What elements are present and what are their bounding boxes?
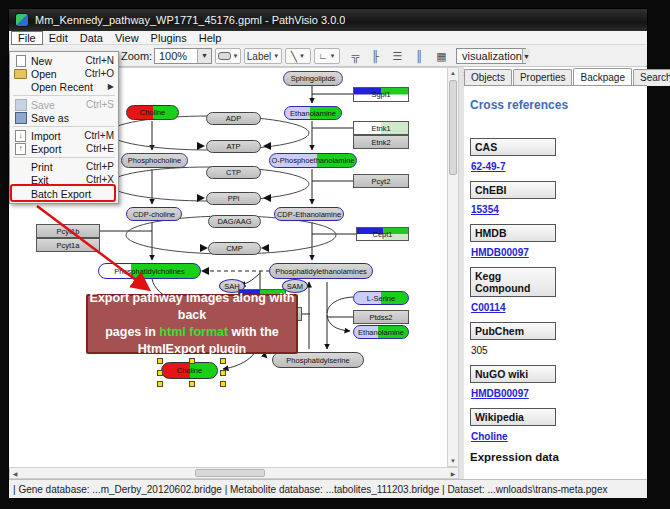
- pathway-node-pcyt1a[interactable]: Pcyt1a: [36, 238, 100, 252]
- sidebar-splitter[interactable]: ⋮: [459, 67, 464, 479]
- visualization-combobox[interactable]: visualization ▼: [456, 48, 526, 64]
- pathway-node-cdp-choline[interactable]: CDP-choline: [126, 207, 182, 221]
- tab-backpage[interactable]: Backpage: [573, 68, 631, 85]
- menubar-item-help[interactable]: Help: [193, 31, 228, 45]
- scroll-down-icon[interactable]: ▼: [448, 456, 458, 466]
- scroll-up-icon[interactable]: ▲: [448, 68, 458, 78]
- menubar-item-edit[interactable]: Edit: [43, 31, 74, 45]
- pathway-node-o-phosphoethanolamine[interactable]: O-Phosphoethanolamine: [269, 153, 357, 168]
- chevron-down-icon[interactable]: ▼: [522, 49, 530, 63]
- menu-item-label: Export: [31, 143, 82, 155]
- pathway-node-sgpl1[interactable]: Sgpl1: [353, 87, 409, 102]
- pathway-node-cmp[interactable]: CMP: [208, 242, 261, 255]
- tab-search[interactable]: Search: [633, 69, 670, 86]
- file-menu-item-open[interactable]: OpenCtrl+O: [10, 67, 118, 80]
- annotation-line3: HtmlExport plugin: [88, 341, 296, 358]
- pathway-node-etnk2[interactable]: Etnk2: [353, 135, 409, 149]
- node-label: CDP-choline: [133, 210, 175, 219]
- node-label: CTP: [226, 168, 241, 177]
- file-menu-item-print[interactable]: PrintCtrl+P: [10, 160, 118, 173]
- tab-objects[interactable]: Objects: [464, 69, 512, 86]
- menubar-item-view[interactable]: View: [109, 31, 145, 45]
- new-file-icon: [14, 55, 27, 66]
- selection-handle[interactable]: [157, 381, 163, 387]
- xref-value-kegg-compound[interactable]: C00114: [471, 302, 647, 313]
- file-menu-item-import[interactable]: ↓ImportCtrl+M: [10, 129, 118, 142]
- sidebar: ObjectsPropertiesBackpageSearchLegend Cr…: [459, 67, 647, 479]
- pathway-node-l-serine[interactable]: L-Serine: [353, 291, 409, 305]
- pathway-node-ethanolamine-lower[interactable]: Ethanolamine: [353, 325, 409, 339]
- xref-header-pubchem: PubChem: [470, 322, 556, 340]
- file-menu: NewCtrl+NOpenCtrl+OOpen Recent▶SaveCtrl+…: [9, 51, 119, 204]
- scroll-left-icon[interactable]: ◀: [10, 468, 20, 478]
- canvas-horizontal-scrollbar[interactable]: ◀ ▶: [9, 467, 459, 479]
- selection-handle[interactable]: [189, 381, 195, 387]
- zoom-combobox[interactable]: 100% ▼: [154, 48, 212, 64]
- pathway-node-choline-top[interactable]: Choline: [126, 105, 179, 120]
- selection-handle[interactable]: [189, 358, 195, 364]
- align-center-icon[interactable]: ╦: [347, 48, 364, 64]
- pathway-node-pcyt2[interactable]: Pcyt2: [353, 174, 409, 188]
- selection-handle[interactable]: [220, 358, 226, 364]
- distribute-horizontal-icon[interactable]: ║: [411, 48, 428, 64]
- datanode-tool-button[interactable]: ▼: [215, 48, 241, 64]
- pathway-node-phosphatidylethanolamines[interactable]: Phosphatidylethanolamines: [269, 263, 373, 279]
- menu-item-label: Save as: [31, 112, 114, 124]
- menu-item-label: New: [31, 55, 81, 67]
- xref-value-hmdb[interactable]: HMDB00097: [471, 247, 647, 258]
- pathway-node-ethanolamine-top[interactable]: Ethanolamine: [284, 106, 342, 120]
- menu-item-shortcut: Ctrl+M: [84, 130, 114, 141]
- xref-value-cas[interactable]: 62-49-7: [471, 161, 647, 172]
- selection-handle[interactable]: [157, 370, 163, 376]
- pathway-node-phosphocholine[interactable]: Phosphocholine: [121, 153, 188, 168]
- xref-value-chebi[interactable]: 15354: [471, 204, 647, 215]
- file-menu-item-save[interactable]: SaveCtrl+S: [10, 98, 118, 111]
- pathway-node-ctp[interactable]: CTP: [206, 166, 261, 179]
- canvas-vertical-scrollbar[interactable]: ▲ ▼: [447, 67, 459, 467]
- selection-handle[interactable]: [157, 358, 163, 364]
- pathway-node-etnk1[interactable]: Etnk1: [353, 121, 409, 135]
- selection-handle[interactable]: [220, 370, 226, 376]
- distribute-vertical-icon[interactable]: ☰: [389, 48, 406, 64]
- line-tool-button[interactable]: ╲ ▼: [285, 48, 311, 64]
- file-menu-item-new[interactable]: NewCtrl+N: [10, 54, 118, 67]
- connector-tool-button[interactable]: ∟ ▼: [314, 48, 340, 64]
- file-menu-item-open-recent[interactable]: Open Recent▶: [10, 80, 118, 93]
- pathway-node-dag-aag[interactable]: DAG/AAG: [208, 215, 261, 228]
- pathway-node-phosphatidylcholines[interactable]: Phosphatidylcholines: [98, 263, 201, 279]
- chevron-down-icon[interactable]: ▼: [197, 49, 211, 63]
- file-menu-item-export[interactable]: ↑ExportCtrl+E: [10, 142, 118, 155]
- pathway-node-choline-selected[interactable]: Choline: [161, 362, 218, 379]
- file-menu-item-save-as[interactable]: Save as: [10, 111, 118, 124]
- label-tool-button[interactable]: Label ▼: [244, 48, 282, 64]
- scroll-right-icon[interactable]: ▶: [448, 468, 458, 478]
- menubar-item-file[interactable]: File: [11, 31, 43, 45]
- hscroll-thumb[interactable]: [195, 469, 265, 477]
- xref-value-nugo-wiki[interactable]: HMDB00097: [471, 388, 647, 399]
- vscroll-thumb[interactable]: [449, 80, 457, 175]
- expression-data-heading: Expression data: [470, 451, 647, 463]
- common-size-icon[interactable]: ▦: [433, 48, 450, 64]
- pathway-node-sphingolipids[interactable]: Sphingolipids: [283, 71, 343, 86]
- xref-value-wikipedia[interactable]: Choline: [471, 431, 647, 442]
- align-middle-icon[interactable]: ╟: [367, 48, 384, 64]
- pathway-node-cept1[interactable]: Cept1: [356, 227, 409, 241]
- pathway-node-pcyt1b[interactable]: Pcyt1b: [36, 224, 100, 238]
- window-title: Mm_Kennedy_pathway_WP1771_45176.gpml - P…: [35, 14, 345, 26]
- node-label: Cept1: [372, 230, 392, 239]
- zoom-value: 100%: [159, 50, 187, 62]
- menubar-item-plugins[interactable]: Plugins: [145, 31, 193, 45]
- xref-header-kegg-compound: Kegg Compound: [470, 267, 556, 297]
- tab-properties[interactable]: Properties: [513, 69, 573, 86]
- node-label: CDP-Ethanolamine: [277, 210, 341, 219]
- pathway-node-ppi[interactable]: PPi: [206, 192, 261, 205]
- menubar-item-data[interactable]: Data: [74, 31, 109, 45]
- node-label: Sphingolipids: [291, 74, 336, 83]
- pathway-node-ptdss2[interactable]: Ptdss2: [353, 310, 409, 324]
- selection-handle[interactable]: [220, 381, 226, 387]
- annotation-line1: Export pathway images along with back: [88, 290, 296, 324]
- pathway-node-atp[interactable]: ATP: [206, 140, 261, 153]
- pathway-node-adp[interactable]: ADP: [206, 112, 261, 125]
- pathway-node-cdp-ethanolamine[interactable]: CDP-Ethanolamine: [274, 207, 344, 221]
- splitter-handle-icon: ⋮: [460, 71, 468, 75]
